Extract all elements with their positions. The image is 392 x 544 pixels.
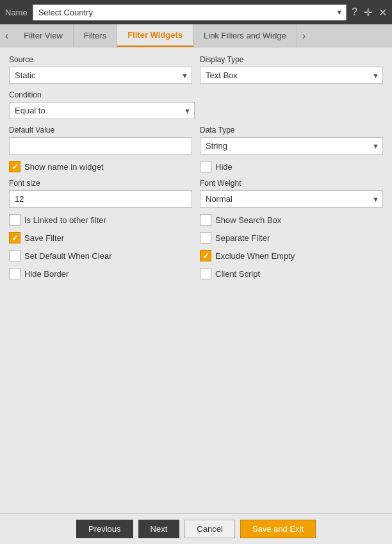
condition-row: Condition Equal to ▼ [9,90,383,119]
condition-group: Condition Equal to ▼ [9,90,195,119]
data-type-group: Data Type String ▼ [200,126,383,154]
default-value-input[interactable] [9,137,192,154]
font-size-input[interactable] [9,190,192,208]
data-type-label: Data Type [200,126,383,135]
show-name-item: Show name in widget [9,161,192,172]
client-script-item: Client Script [200,268,383,279]
hideborder-clientscript-row: Hide Border Client Script [9,268,383,279]
save-exit-button[interactable]: Save and Exit [240,520,316,538]
font-size-label: Font size [9,179,192,188]
name-select-wrap: Select Country ▼ [33,4,347,21]
show-search-label: Show Search Box [215,215,281,225]
exclude-empty-item: Exclude When Empty [200,250,383,261]
default-value-group: Default Value [9,126,192,154]
set-default-label: Set Default When Clear [24,251,112,261]
hide-border-checkbox[interactable] [9,268,20,279]
main-content: Source Static ▼ Display Type Text Box ▼ … [0,47,392,293]
set-default-checkbox[interactable] [9,250,20,261]
save-filter-item: Save Filter [9,232,192,243]
show-name-label: Show name in widget [24,162,104,172]
set-default-item: Set Default When Clear [9,250,192,261]
data-type-select-wrap: String ▼ [200,137,383,154]
name-select[interactable]: Select Country [33,4,347,21]
is-linked-label: Is Linked to other filter [24,215,106,225]
name-label: Name [5,8,28,17]
default-datatype-row: Default Value Data Type String ▼ [9,126,383,154]
exclude-empty-checkbox[interactable] [200,250,211,261]
is-linked-item: Is Linked to other filter [9,214,192,226]
tab-filter-view[interactable]: Filter View [13,24,73,47]
header: Name Select Country ▼ ? ✛ ✕ [0,0,392,24]
exclude-empty-label: Exclude When Empty [215,251,295,261]
linked-searchbox-row: Is Linked to other filter Show Search Bo… [9,214,383,226]
hide-border-label: Hide Border [24,269,69,279]
tab-prev-button[interactable]: ‹ [0,24,13,47]
hide-checkbox[interactable] [200,161,211,172]
client-script-checkbox[interactable] [200,268,211,279]
display-type-select-wrap: Text Box ▼ [200,67,383,84]
separate-filter-checkbox[interactable] [200,232,211,243]
condition-label: Condition [9,90,195,99]
previous-button[interactable]: Previous [76,520,133,538]
show-search-item: Show Search Box [200,214,383,226]
save-filter-label: Save Filter [24,233,64,243]
data-type-select[interactable]: String [200,137,383,154]
tab-bar: ‹ Filter View Filters Filter Widgets Lin… [0,24,392,47]
font-size-group: Font size [9,179,192,208]
display-type-group: Display Type Text Box ▼ [200,55,383,84]
default-value-label: Default Value [9,126,192,135]
font-weight-label: Font Weight [200,179,383,188]
save-separate-row: Save Filter Separate Filter [9,232,383,243]
close-icon[interactable]: ✕ [379,6,387,19]
tab-filter-widgets[interactable]: Filter Widgets [117,24,193,47]
hide-label: Hide [215,162,233,172]
show-name-checkbox[interactable] [9,161,20,172]
next-button[interactable]: Next [138,520,180,538]
source-display-row: Source Static ▼ Display Type Text Box ▼ [9,55,383,84]
help-icon[interactable]: ? [352,6,357,19]
source-select[interactable]: Static [9,67,192,84]
tab-filters[interactable]: Filters [74,24,117,47]
show-search-checkbox[interactable] [200,214,211,226]
font-weight-select-wrap: Normal ▼ [200,190,383,208]
separate-filter-item: Separate Filter [200,232,383,243]
condition-select[interactable]: Equal to [9,102,195,119]
save-filter-checkbox[interactable] [9,232,20,243]
condition-select-wrap: Equal to ▼ [9,102,195,119]
client-script-label: Client Script [215,269,260,279]
tab-next-button[interactable]: › [297,24,311,47]
source-label: Source [9,55,192,64]
header-icons: ? ✛ ✕ [352,6,387,19]
display-type-label: Display Type [200,55,383,64]
footer: Previous Next Cancel Save and Exit [0,513,392,544]
tab-link-filters[interactable]: Link Filters and Widge [193,24,297,47]
show-name-hide-row: Show name in widget Hide [9,161,383,172]
cancel-button[interactable]: Cancel [184,520,234,538]
source-group: Source Static ▼ [9,55,192,84]
source-select-wrap: Static ▼ [9,67,192,84]
move-icon[interactable]: ✛ [364,6,372,19]
display-type-select[interactable]: Text Box [200,67,383,84]
font-weight-group: Font Weight Normal ▼ [200,179,383,208]
font-weight-select[interactable]: Normal [200,190,383,208]
setdefault-exclude-row: Set Default When Clear Exclude When Empt… [9,250,383,261]
is-linked-checkbox[interactable] [9,214,20,226]
font-row: Font size Font Weight Normal ▼ [9,179,383,208]
separate-filter-label: Separate Filter [215,233,270,243]
hide-border-item: Hide Border [9,268,192,279]
hide-item: Hide [200,161,383,172]
